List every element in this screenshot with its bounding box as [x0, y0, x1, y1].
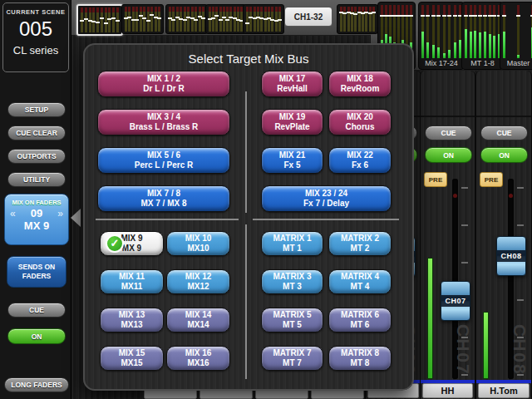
selected-check-icon: ✓ — [106, 234, 124, 253]
bus-button-mix-13[interactable]: MIX 13MX13 — [100, 308, 164, 332]
bus-button-mix-10[interactable]: MIX 10MX10 — [166, 231, 230, 256]
bus-button-matrix-6[interactable]: MATRIX 6MT 6 — [328, 308, 392, 332]
bus-button-title: MIX 7 / 8 — [147, 189, 180, 200]
bus-button-matrix-4[interactable]: MATRIX 4MT 4 — [328, 269, 392, 294]
bus-button-subtitle: RevRoom — [341, 84, 380, 95]
meter-bar-icon — [257, 7, 259, 32]
bus-button-mix-23-24[interactable]: MIX 23 / 24Fx 7 / Delay — [261, 185, 392, 212]
meter-dash-icon — [516, 15, 520, 17]
bus-button-mix-3-4[interactable]: MIX 3 / 4Brass L / Brass R — [97, 109, 230, 135]
strip-on-button[interactable]: ON — [480, 147, 528, 163]
bus-button-matrix-7[interactable]: MATRIX 7MT 7 — [261, 346, 323, 371]
bus-button-subtitle: Fx 5 — [283, 160, 300, 171]
bus-button-mix-18[interactable]: MIX 18RevRoom — [328, 71, 392, 97]
sidebar-cue-button[interactable]: CUE — [7, 303, 66, 318]
strip-cue-button[interactable]: CUE — [425, 126, 472, 140]
output-meter-tile[interactable]: Master — [500, 2, 532, 70]
bus-button-mix-20[interactable]: MIX 20Chorus — [328, 109, 392, 135]
fader-handle[interactable]: CH07 — [441, 281, 470, 321]
bus-button-matrix-2[interactable]: MATRIX 2MT 2 — [328, 231, 392, 256]
meter-dash-icon — [135, 19, 139, 21]
current-scene-box[interactable]: CURRENT SCENE 005 CL series — [2, 2, 69, 72]
bus-button-title: MIX 11 — [119, 272, 145, 283]
bus-button-subtitle: Fx 7 / Delay — [303, 199, 349, 209]
strip-cue-button[interactable]: CUE — [480, 126, 528, 140]
bus-button-mix-16[interactable]: MIX 16MX16 — [166, 346, 230, 371]
channel-meter-tile[interactable] — [121, 4, 164, 34]
meter-dash-icon — [488, 15, 492, 17]
bus-button-matrix-8[interactable]: MATRIX 8MT 8 — [328, 346, 392, 371]
bus-button-mix-19[interactable]: MIX 19RevPlate — [261, 109, 323, 135]
bus-button-mix-12[interactable]: MIX 12MX12 — [166, 269, 230, 294]
meter-dash-icon — [245, 22, 249, 24]
fader-handle[interactable]: CH08 — [496, 236, 526, 276]
meter-bar-icon — [517, 5, 520, 58]
prev-mix-icon[interactable]: « — [10, 208, 16, 219]
meter-fill — [448, 50, 451, 58]
bus-button-mix-1-2[interactable]: MIX 1 / 2Dr L / Dr R — [97, 71, 230, 97]
fader-handle-label: CH08 — [497, 250, 525, 262]
bus-button-mix-9[interactable]: MIX 9MX 9✓ — [100, 231, 164, 256]
strip-on-button[interactable]: ON — [425, 147, 472, 163]
meter-bar-icon — [340, 7, 342, 32]
channel-meter-tile[interactable] — [243, 4, 284, 34]
bus-button-matrix-1[interactable]: MATRIX 1MT 1 — [261, 231, 323, 256]
bus-button-mix-15[interactable]: MIX 15MX15 — [100, 346, 164, 371]
meter-bar-icon — [432, 5, 435, 58]
output-meter-tile[interactable]: Mix 17-24 — [418, 2, 465, 70]
channel-meter-tile[interactable] — [165, 4, 208, 34]
bus-button-subtitle: MX 9 — [122, 244, 141, 254]
bus-button-title: MIX 18 — [347, 74, 373, 85]
next-mix-icon[interactable]: » — [57, 208, 63, 219]
bus-button-mix-21[interactable]: MIX 21Fx 5 — [261, 147, 323, 174]
bus-button-title: MIX 12 — [185, 272, 212, 283]
fader-scale-tick — [517, 299, 524, 301]
layer-select-button[interactable]: CH1-32 — [284, 7, 332, 27]
channel-meter-tile[interactable] — [205, 4, 246, 34]
dialog-horizontal-divider — [96, 219, 239, 220]
bus-button-mix-7-8[interactable]: MIX 7 / 8MX 7 / MX 8 — [97, 185, 230, 212]
sidebar-on-button[interactable]: ON — [7, 328, 66, 344]
channel-name-box[interactable]: H.Tom — [478, 383, 530, 398]
fader-track-led-icon — [453, 194, 457, 198]
sidebar-item-cue-clear[interactable]: CUE CLEAR — [7, 126, 66, 140]
meter-fill — [479, 32, 481, 58]
sends-on-faders-button[interactable]: SENDS ON FADERS — [7, 256, 66, 288]
meter-dash-icon — [104, 22, 108, 24]
meter-bar-icon — [249, 7, 252, 32]
meter-bar-icon — [443, 5, 446, 58]
bus-button-matrix-5[interactable]: MATRIX 5MT 5 — [261, 308, 323, 332]
sidebar-item-setup[interactable]: SETUP — [7, 102, 66, 117]
meter-dash-icon — [157, 17, 161, 19]
bus-button-mix-11[interactable]: MIX 11MX11 — [100, 269, 164, 294]
channel-meter-tile[interactable] — [337, 4, 378, 34]
meter-bar-icon — [365, 7, 367, 32]
bus-button-subtitle: MT 4 — [351, 282, 370, 293]
bus-button-subtitle: MT 1 — [283, 244, 302, 254]
bus-button-title: MATRIX 4 — [341, 272, 379, 283]
mix-on-faders-button[interactable]: MIX ON FADERS « 09 » MX 9 — [4, 194, 69, 245]
meter-bar-icon — [105, 7, 107, 32]
output-meter-tile[interactable]: MT 1-8 — [461, 2, 504, 70]
meter-bar-icon — [493, 5, 495, 58]
bus-button-title: MATRIX 6 — [341, 310, 379, 321]
bus-button-title: MIX 15 — [119, 348, 145, 359]
meter-fill — [517, 55, 520, 58]
bus-button-mix-22[interactable]: MIX 22Fx 6 — [328, 147, 392, 174]
bus-button-subtitle: Perc L / Perc R — [135, 160, 193, 171]
channel-name-box[interactable]: HH — [422, 383, 473, 398]
bus-button-mix-14[interactable]: MIX 14MX14 — [166, 308, 230, 332]
sidebar-item-utility[interactable]: UTILITY — [7, 172, 66, 187]
meter-dash-icon — [464, 15, 468, 17]
meter-dash-icon — [409, 15, 413, 17]
meter-dash-icon — [502, 15, 506, 17]
meter-bar-icon — [150, 7, 153, 32]
meter-dash-icon — [194, 19, 198, 21]
bus-button-mix-5-6[interactable]: MIX 5 / 6Perc L / Perc R — [97, 147, 230, 174]
fader-track-led-icon — [509, 194, 513, 198]
channel-meter-tile-selected[interactable] — [76, 4, 123, 36]
sidebar-item-outports[interactable]: OUTPORTS — [7, 149, 66, 164]
bus-button-matrix-3[interactable]: MATRIX 3MT 3 — [261, 269, 323, 294]
long-faders-button[interactable]: LONG FADERS — [4, 377, 69, 392]
bus-button-mix-17[interactable]: MIX 17RevHall — [261, 71, 323, 97]
